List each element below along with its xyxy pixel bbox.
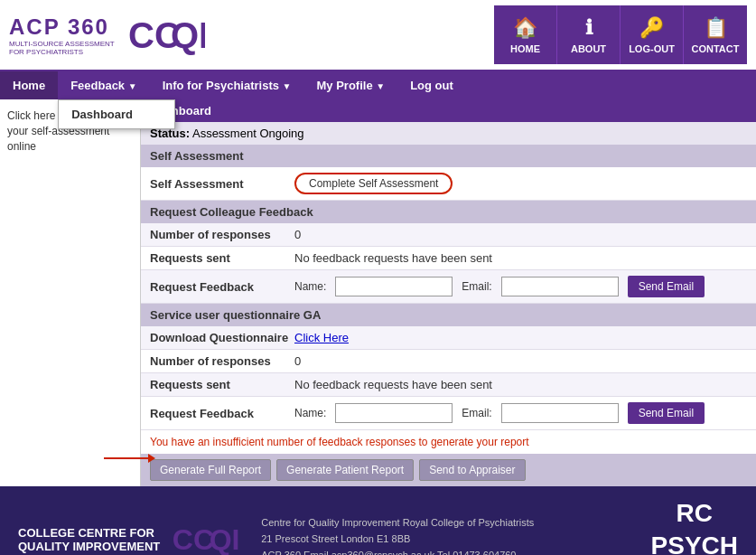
logo-subtitle2: FOR PSYCHIATRISTS	[9, 48, 115, 56]
annotation-arrow	[104, 457, 149, 459]
action-buttons-bar: Generate Full Report Generate Patient Re…	[141, 454, 756, 486]
feedback-dropdown-dashboard[interactable]: Dashboard	[59, 100, 174, 128]
complete-self-assessment-button[interactable]: Complete Self Assessment	[294, 173, 453, 194]
colleague-section-header: Request Colleague Feedback	[141, 201, 756, 223]
nav-item-feedback[interactable]: Feedback ▼ Dashboard	[58, 71, 150, 99]
header-nav-home[interactable]: 🏠 HOME	[494, 5, 557, 64]
send-email-button[interactable]: Send Email	[628, 276, 705, 297]
header-nav-logout[interactable]: 🔑 LOG-OUT	[621, 5, 684, 64]
dashboard-header: Dashboard	[141, 99, 756, 122]
requests-sent-row: Requests sent No feedback requests have …	[141, 247, 756, 270]
service-send-email-button[interactable]: Send Email	[628, 402, 705, 424]
download-questionnaire-row: Download Questionnaire Click Here	[141, 326, 756, 350]
service-email-label: Email:	[462, 407, 491, 419]
footer-address-line1: Centre for Quality Improvement Royal Col…	[261, 515, 650, 531]
nav-item-profile[interactable]: My Profile ▼	[303, 71, 397, 99]
svg-text:QI: QI	[210, 523, 240, 555]
service-email-input[interactable]	[501, 403, 619, 423]
annotation-area: Click here to complete your self-assessm…	[0, 99, 140, 486]
header-nav-about[interactable]: ℹ ABOUT	[557, 5, 621, 64]
nav-item-logoff[interactable]: Log out	[397, 71, 466, 99]
download-label: Download Questionnaire	[150, 331, 294, 344]
requests-sent-label: Requests sent	[150, 251, 294, 265]
about-icon: ℹ	[585, 16, 593, 40]
footer-org-line2: QUALITY IMPROVEMENT	[18, 540, 160, 553]
footer-logo-area: COLLEGE CENTRE FOR QUALITY IMPROVEMENT C…	[18, 519, 243, 555]
generate-full-report-button[interactable]: Generate Full Report	[150, 459, 271, 481]
main-nav: Home Feedback ▼ Dashboard Info for Psych…	[0, 71, 756, 99]
svg-text:CC: CC	[173, 523, 214, 555]
service-requests-sent-row: Requests sent No feedback requests have …	[141, 373, 756, 397]
header-nav: 🏠 HOME ℹ ABOUT 🔑 LOG-OUT 📋 CONTACT	[494, 5, 747, 64]
num-responses-label: Number of responses	[150, 228, 294, 241]
ccqi-logo: CC QI	[124, 10, 205, 60]
service-num-responses-value: 0	[294, 354, 747, 368]
footer-address-area: Centre for Quality Improvement Royal Col…	[243, 515, 650, 555]
request-feedback-inputs: Name: Email: Send Email	[294, 276, 747, 297]
service-request-feedback-row: Request Feedback Name: Email: Send Email	[141, 397, 756, 430]
self-assessment-value: Complete Self Assessment	[294, 173, 747, 194]
logo-area: ACP 360 MULTI-SOURCE ASSESSMENT FOR PSYC…	[9, 10, 205, 60]
request-feedback-row: Request Feedback Name: Email: Send Email	[141, 270, 756, 304]
feedback-label: Feedback	[70, 79, 125, 92]
nav-item-info[interactable]: Info for Psychiatrists ▼	[150, 71, 304, 99]
footer-org-line1: COLLEGE CENTRE FOR	[18, 526, 160, 540]
header-nav-contact[interactable]: 📋 CONTACT	[684, 5, 747, 64]
footer: COLLEGE CENTRE FOR QUALITY IMPROVEMENT C…	[0, 486, 756, 555]
self-assessment-label: Self Assessment	[150, 177, 294, 191]
self-assessment-row: Self Assessment Complete Self Assessment	[141, 167, 756, 201]
logout-label: LOG-OUT	[629, 43, 675, 54]
status-row: Status: Assessment Ongoing	[141, 122, 756, 145]
service-name-input[interactable]	[335, 403, 453, 423]
profile-label: My Profile	[316, 79, 372, 92]
profile-arrow: ▼	[376, 81, 385, 91]
logo-text-block: ACP 360 MULTI-SOURCE ASSESSMENT FOR PSYC…	[9, 14, 115, 56]
about-label: ABOUT	[571, 43, 606, 54]
nav-item-home[interactable]: Home	[0, 71, 58, 99]
num-responses-row: Number of responses 0	[141, 223, 756, 247]
status-value: Assessment Ongoing	[192, 127, 304, 140]
self-assessment-section-header: Self Assessment	[141, 145, 756, 167]
name-input[interactable]	[335, 277, 453, 296]
service-request-feedback-inputs: Name: Email: Send Email	[294, 402, 747, 424]
service-num-responses-label: Number of responses	[150, 354, 294, 368]
num-responses-value: 0	[294, 228, 747, 241]
service-num-responses-row: Number of responses 0	[141, 350, 756, 373]
footer-org-name: COLLEGE CENTRE FOR QUALITY IMPROVEMENT	[18, 526, 160, 553]
email-input[interactable]	[501, 277, 619, 296]
footer-ccqi-logo: CC QI	[171, 519, 243, 555]
service-name-label: Name:	[294, 407, 326, 419]
footer-address-line2: 21 Prescot Street London E1 8BB	[261, 531, 650, 548]
logo-subtitle1: MULTI-SOURCE ASSESSMENT	[9, 40, 115, 48]
download-link[interactable]: Click Here	[294, 331, 747, 344]
generate-patient-report-button[interactable]: Generate Patient Report	[276, 459, 414, 481]
acp-title: ACP 360	[9, 14, 115, 40]
home-label: HOME	[510, 43, 540, 54]
main-content: Dashboard Status: Assessment Ongoing Sel…	[140, 99, 756, 486]
home-icon: 🏠	[513, 16, 537, 40]
rcpsych-logo: RC PSYCH ROYAL COLLEGE OF PSYCHIATRISTS	[651, 497, 738, 555]
send-to-appraiser-button[interactable]: Send to Appraiser	[419, 459, 525, 481]
requests-sent-value: No feedback requests have been sent	[294, 251, 747, 265]
service-request-feedback-label: Request Feedback	[150, 407, 294, 420]
svg-text:QI: QI	[171, 15, 205, 55]
info-label: Info for Psychiatrists	[163, 79, 279, 92]
warning-text: You have an insufficient number of feedb…	[141, 430, 756, 454]
service-requests-sent-value: No feedback requests have been sent	[294, 378, 747, 391]
footer-address-line3: ACP 360 Email acp360@rcpsych.ac.uk Tel 0…	[261, 548, 650, 555]
feedback-dropdown-arrow: ▼	[128, 81, 137, 91]
contact-icon: 📋	[704, 16, 728, 40]
feedback-dropdown: Dashboard	[58, 99, 175, 129]
logout-icon: 🔑	[639, 16, 664, 40]
service-section-header: Service user questionnaire GA	[141, 304, 756, 326]
contact-label: CONTACT	[692, 43, 740, 54]
email-label: Email:	[462, 280, 491, 293]
name-label: Name:	[294, 280, 326, 293]
request-feedback-label: Request Feedback	[150, 280, 294, 294]
service-requests-sent-label: Requests sent	[150, 378, 294, 391]
info-arrow: ▼	[283, 81, 292, 91]
